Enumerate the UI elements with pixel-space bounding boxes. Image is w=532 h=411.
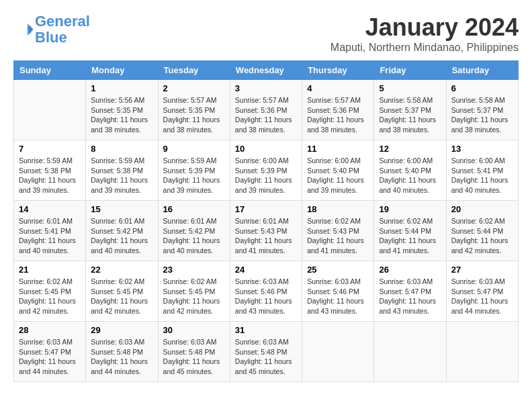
weekday-header: Thursday	[302, 61, 374, 80]
calendar-cell: 2Sunrise: 5:57 AM Sunset: 5:35 PM Daylig…	[158, 80, 230, 140]
weekday-header: Monday	[86, 61, 158, 80]
calendar-cell: 4Sunrise: 5:57 AM Sunset: 5:36 PM Daylig…	[302, 80, 374, 140]
day-info: Sunrise: 6:03 AM Sunset: 5:47 PM Dayligh…	[19, 337, 81, 377]
day-number: 8	[91, 144, 152, 154]
day-info: Sunrise: 5:59 AM Sunset: 5:38 PM Dayligh…	[19, 156, 81, 195]
logo-line2: Blue	[35, 29, 67, 46]
calendar-week-row: 7Sunrise: 5:59 AM Sunset: 5:38 PM Daylig…	[14, 140, 519, 201]
day-info: Sunrise: 5:57 AM Sunset: 5:36 PM Dayligh…	[307, 95, 369, 135]
calendar-cell: 28Sunrise: 6:03 AM Sunset: 5:47 PM Dayli…	[14, 322, 86, 382]
logo-text: General Blue	[35, 13, 90, 46]
day-info: Sunrise: 6:03 AM Sunset: 5:48 PM Dayligh…	[91, 337, 152, 377]
day-number: 22	[91, 265, 152, 275]
calendar-cell: 21Sunrise: 6:02 AM Sunset: 5:45 PM Dayli…	[14, 261, 86, 322]
weekday-header: Friday	[374, 61, 446, 80]
calendar-cell: 27Sunrise: 6:03 AM Sunset: 5:47 PM Dayli…	[446, 261, 518, 322]
day-number: 20	[451, 204, 513, 214]
month-title: January 2024	[330, 13, 519, 42]
day-info: Sunrise: 6:02 AM Sunset: 5:44 PM Dayligh…	[451, 216, 513, 256]
calendar-cell: 16Sunrise: 6:01 AM Sunset: 5:42 PM Dayli…	[158, 201, 230, 261]
day-info: Sunrise: 6:02 AM Sunset: 5:45 PM Dayligh…	[163, 277, 225, 316]
calendar-week-row: 1Sunrise: 5:56 AM Sunset: 5:35 PM Daylig…	[14, 80, 519, 140]
calendar-cell: 7Sunrise: 5:59 AM Sunset: 5:38 PM Daylig…	[14, 140, 86, 201]
day-info: Sunrise: 6:03 AM Sunset: 5:46 PM Dayligh…	[307, 277, 369, 316]
day-number: 10	[235, 144, 297, 154]
day-number: 19	[379, 204, 441, 214]
day-info: Sunrise: 6:01 AM Sunset: 5:43 PM Dayligh…	[235, 216, 297, 256]
calendar-week-row: 21Sunrise: 6:02 AM Sunset: 5:45 PM Dayli…	[14, 261, 519, 322]
day-number: 23	[163, 265, 225, 275]
weekday-header: Sunday	[14, 61, 86, 80]
calendar-week-row: 28Sunrise: 6:03 AM Sunset: 5:47 PM Dayli…	[14, 322, 519, 382]
day-info: Sunrise: 5:57 AM Sunset: 5:35 PM Dayligh…	[163, 95, 225, 135]
day-number: 11	[307, 144, 369, 154]
day-number: 2	[163, 83, 225, 93]
day-number: 13	[451, 144, 513, 154]
day-number: 5	[379, 83, 441, 93]
calendar-cell: 31Sunrise: 6:03 AM Sunset: 5:48 PM Dayli…	[230, 322, 302, 382]
calendar-cell: 6Sunrise: 5:58 AM Sunset: 5:37 PM Daylig…	[446, 80, 518, 140]
calendar-cell: 14Sunrise: 6:01 AM Sunset: 5:41 PM Dayli…	[14, 201, 86, 261]
logo-line1: General	[35, 13, 90, 30]
day-info: Sunrise: 5:59 AM Sunset: 5:39 PM Dayligh…	[163, 156, 225, 195]
calendar-cell: 5Sunrise: 5:58 AM Sunset: 5:37 PM Daylig…	[374, 80, 446, 140]
day-number: 12	[379, 144, 441, 154]
day-info: Sunrise: 5:59 AM Sunset: 5:38 PM Dayligh…	[91, 156, 152, 195]
calendar-cell: 26Sunrise: 6:03 AM Sunset: 5:47 PM Dayli…	[374, 261, 446, 322]
day-number: 27	[451, 265, 513, 275]
day-number: 9	[163, 144, 225, 154]
day-number: 24	[235, 265, 297, 275]
calendar-cell	[374, 322, 446, 382]
calendar-cell: 1Sunrise: 5:56 AM Sunset: 5:35 PM Daylig…	[86, 80, 158, 140]
day-number: 26	[379, 265, 441, 275]
calendar-cell: 24Sunrise: 6:03 AM Sunset: 5:46 PM Dayli…	[230, 261, 302, 322]
day-info: Sunrise: 6:02 AM Sunset: 5:43 PM Dayligh…	[307, 216, 369, 256]
calendar-cell: 11Sunrise: 6:00 AM Sunset: 5:40 PM Dayli…	[302, 140, 374, 201]
day-number: 15	[91, 204, 152, 214]
calendar-cell: 10Sunrise: 6:00 AM Sunset: 5:39 PM Dayli…	[230, 140, 302, 201]
day-info: Sunrise: 6:01 AM Sunset: 5:42 PM Dayligh…	[91, 216, 152, 256]
day-number: 18	[307, 204, 369, 214]
logo: General Blue	[13, 13, 90, 46]
calendar-cell: 17Sunrise: 6:01 AM Sunset: 5:43 PM Dayli…	[230, 201, 302, 261]
calendar-cell: 20Sunrise: 6:02 AM Sunset: 5:44 PM Dayli…	[446, 201, 518, 261]
svg-marker-1	[30, 25, 34, 35]
calendar-cell: 19Sunrise: 6:02 AM Sunset: 5:44 PM Dayli…	[374, 201, 446, 261]
weekday-header: Saturday	[446, 61, 518, 80]
weekday-header-row: SundayMondayTuesdayWednesdayThursdayFrid…	[14, 61, 519, 80]
weekday-header: Wednesday	[230, 61, 302, 80]
day-info: Sunrise: 6:00 AM Sunset: 5:40 PM Dayligh…	[379, 156, 441, 195]
calendar-cell	[446, 322, 518, 382]
day-number: 17	[235, 204, 297, 214]
calendar-cell: 30Sunrise: 6:03 AM Sunset: 5:48 PM Dayli…	[158, 322, 230, 382]
calendar-cell: 9Sunrise: 5:59 AM Sunset: 5:39 PM Daylig…	[158, 140, 230, 201]
calendar-week-row: 14Sunrise: 6:01 AM Sunset: 5:41 PM Dayli…	[14, 201, 519, 261]
logo-icon	[13, 19, 34, 40]
calendar-table: SundayMondayTuesdayWednesdayThursdayFrid…	[13, 60, 519, 382]
weekday-header: Tuesday	[158, 61, 230, 80]
title-block: January 2024 Maputi, Northern Mindanao, …	[330, 13, 519, 54]
calendar-cell	[302, 322, 374, 382]
day-number: 6	[451, 83, 513, 93]
day-number: 1	[91, 83, 152, 93]
day-info: Sunrise: 6:03 AM Sunset: 5:47 PM Dayligh…	[379, 277, 441, 316]
calendar-cell	[14, 80, 86, 140]
day-info: Sunrise: 6:00 AM Sunset: 5:39 PM Dayligh…	[235, 156, 297, 195]
day-info: Sunrise: 6:02 AM Sunset: 5:45 PM Dayligh…	[91, 277, 152, 316]
day-info: Sunrise: 6:03 AM Sunset: 5:47 PM Dayligh…	[451, 277, 513, 316]
day-info: Sunrise: 6:00 AM Sunset: 5:40 PM Dayligh…	[307, 156, 369, 195]
day-info: Sunrise: 6:01 AM Sunset: 5:41 PM Dayligh…	[19, 216, 81, 256]
day-info: Sunrise: 6:02 AM Sunset: 5:45 PM Dayligh…	[19, 277, 81, 316]
location: Maputi, Northern Mindanao, Philippines	[330, 42, 519, 54]
day-info: Sunrise: 6:01 AM Sunset: 5:42 PM Dayligh…	[163, 216, 225, 256]
calendar-cell: 13Sunrise: 6:00 AM Sunset: 5:41 PM Dayli…	[446, 140, 518, 201]
calendar-cell: 8Sunrise: 5:59 AM Sunset: 5:38 PM Daylig…	[86, 140, 158, 201]
day-info: Sunrise: 5:58 AM Sunset: 5:37 PM Dayligh…	[451, 95, 513, 135]
day-info: Sunrise: 5:58 AM Sunset: 5:37 PM Dayligh…	[379, 95, 441, 135]
day-info: Sunrise: 6:00 AM Sunset: 5:41 PM Dayligh…	[451, 156, 513, 195]
calendar-cell: 25Sunrise: 6:03 AM Sunset: 5:46 PM Dayli…	[302, 261, 374, 322]
day-number: 25	[307, 265, 369, 275]
day-info: Sunrise: 6:02 AM Sunset: 5:44 PM Dayligh…	[379, 216, 441, 256]
calendar-cell: 3Sunrise: 5:57 AM Sunset: 5:36 PM Daylig…	[230, 80, 302, 140]
calendar-cell: 15Sunrise: 6:01 AM Sunset: 5:42 PM Dayli…	[86, 201, 158, 261]
